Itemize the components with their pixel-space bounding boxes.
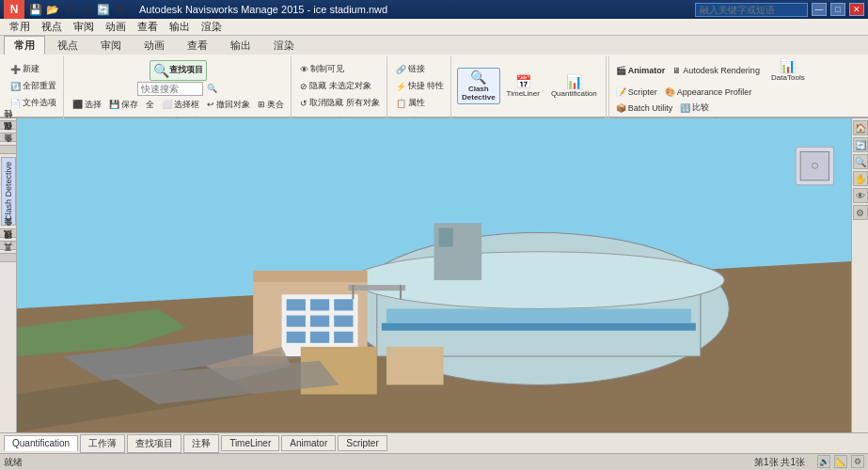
btn-all[interactable]: 全 xyxy=(143,97,157,113)
btn-quick-search[interactable]: 🔍 xyxy=(204,82,220,95)
btn-deselect[interactable]: ↩ 撤回对象 xyxy=(204,97,253,113)
viewport[interactable]: ⬡ xyxy=(17,118,851,432)
new-icon: ➕ xyxy=(10,65,21,74)
btn-find-items[interactable]: 🔍 查找项目 xyxy=(150,60,207,81)
btn-datatools[interactable]: 📊 DataTools xyxy=(765,56,812,85)
quick-search-input[interactable] xyxy=(137,82,203,96)
titlebar-title: Autodesk Navisworks Manage 2015 - ice st… xyxy=(139,4,387,15)
bottom-tab-animator[interactable]: Animator xyxy=(281,435,336,451)
select-row: ⬛ 选择 💾 保存 全 ⬜ 选择框 ↩ xyxy=(70,97,287,113)
status-settings-icon[interactable]: ⚙ xyxy=(851,455,864,468)
nav-orbit[interactable]: 🔄 xyxy=(853,137,868,152)
svg-text:⬡: ⬡ xyxy=(812,162,818,170)
merge-icon: ⊞ xyxy=(258,100,265,109)
tab-changyong[interactable]: 常用 xyxy=(4,36,45,55)
svg-rect-15 xyxy=(287,316,306,327)
bottom-tab-find-items[interactable]: 查找项目 xyxy=(127,434,181,453)
sidebar-tab-sets[interactable]: 集合 xyxy=(0,145,17,154)
minimize-button[interactable]: — xyxy=(812,3,827,16)
maximize-button[interactable]: □ xyxy=(830,3,845,16)
quick-search-icon: 🔍 xyxy=(207,84,217,93)
deselect-icon: ↩ xyxy=(207,100,214,109)
bottom-tab-scripter[interactable]: Scripter xyxy=(338,435,387,451)
titlebar-search[interactable] xyxy=(695,3,808,17)
project-buttons: ➕ 新建 🔃 全部重置 📄 文件选项 xyxy=(8,61,59,111)
nav-home[interactable]: 🏠 xyxy=(853,120,868,135)
btn-timeliner[interactable]: 📅 TimeLiner xyxy=(502,72,544,101)
btn-batch-utility[interactable]: 📦 Batch Utility xyxy=(613,102,676,115)
btn-unhide-all[interactable]: ↺ 取消隐藏 所有对象 xyxy=(297,95,383,111)
menu-xuanran[interactable]: 渲染 xyxy=(196,19,228,35)
sidebar-tab-sets2[interactable]: 集合 xyxy=(0,228,17,238)
menu-shidian[interactable]: 视点 xyxy=(36,19,68,35)
page-info: 第1张 共1张 xyxy=(754,456,805,469)
quick-search-row: 🔍 xyxy=(137,82,220,96)
nav-settings[interactable]: ⚙ xyxy=(853,205,868,220)
btn-quantification[interactable]: 📊 Quantification xyxy=(546,72,602,101)
svg-point-6 xyxy=(353,252,724,309)
tab-xuanran[interactable]: 渲染 xyxy=(263,36,305,55)
nav-pan[interactable]: ✋ xyxy=(853,171,868,186)
btn-hide-unselected[interactable]: ⊘ 隐藏 未选定对象 xyxy=(297,78,383,94)
menu-changyong[interactable]: 常用 xyxy=(4,19,36,35)
status-sound-icon[interactable]: 🔊 xyxy=(817,455,830,468)
svg-rect-18 xyxy=(287,332,306,343)
menu-shuchu[interactable]: 输出 xyxy=(164,19,196,35)
menu-shenhe[interactable]: 审阅 xyxy=(68,19,100,35)
btn-select[interactable]: ⬛ 选择 xyxy=(70,97,104,113)
tab-donghua[interactable]: 动画 xyxy=(134,36,175,55)
btn-compare[interactable]: 🔢 比较 xyxy=(677,100,712,116)
btn-animator[interactable]: 🎬 Animator xyxy=(613,64,669,77)
qat-settings[interactable]: ⚙ xyxy=(113,2,128,17)
qat-open[interactable]: 📂 xyxy=(45,2,60,17)
menubar: 常用 视点 审阅 动画 查看 输出 渲染 xyxy=(0,19,868,36)
btn-autodesk-rendering[interactable]: 🖥 Autodesk Rendering xyxy=(670,64,763,77)
sidebar-tab-tools[interactable]: 工具 xyxy=(0,253,17,262)
btn-select-box[interactable]: ⬜ 选择框 xyxy=(159,97,202,113)
btn-save[interactable]: 💾 保存 xyxy=(106,97,141,113)
qat-new[interactable]: 💾 xyxy=(28,2,43,17)
btn-scripter[interactable]: 📝 Scripter xyxy=(613,86,660,99)
close-button[interactable]: ✕ xyxy=(849,3,864,16)
btn-appearance-profiler[interactable]: 🎨 Appearance Profiler xyxy=(662,86,755,99)
btn-new[interactable]: ➕ 新建 xyxy=(8,61,59,77)
tab-shenhe[interactable]: 审阅 xyxy=(90,36,132,55)
qat-undo[interactable]: ↩ xyxy=(62,2,77,17)
sidebar-tab-saved-viewpoints[interactable]: 保存视点 xyxy=(0,133,17,142)
titlebar: N 💾 📂 ↩ ↪ 🔄 ⚙ Autodesk Navisworks Manage… xyxy=(0,0,868,19)
tab-chakan[interactable]: 查看 xyxy=(177,36,218,55)
titlebar-left: N 💾 📂 ↩ ↪ 🔄 ⚙ Autodesk Navisworks Manage… xyxy=(4,0,387,19)
menu-chakan[interactable]: 查看 xyxy=(132,19,164,35)
nav-zoom[interactable]: 🔍 xyxy=(853,154,868,169)
ribbon-group-project-content: ➕ 新建 🔃 全部重置 📄 文件选项 xyxy=(8,56,59,116)
sidebar-tab-find-items[interactable]: 查找项目 xyxy=(0,241,17,250)
btn-merge[interactable]: ⊞ 奥合 xyxy=(255,97,287,113)
btn-properties[interactable]: 📋 属性 xyxy=(393,95,448,111)
menu-donghua[interactable]: 动画 xyxy=(100,19,132,35)
sidebar-tab-properties[interactable]: 特性 xyxy=(0,120,17,130)
svg-rect-25 xyxy=(439,227,453,246)
btn-hide[interactable]: 👁 制制可见 xyxy=(297,61,383,77)
btn-file-options[interactable]: 📄 文件选项 xyxy=(8,95,59,111)
tab-shuchu[interactable]: 输出 xyxy=(220,36,261,55)
bottom-tab-quantification[interactable]: Quantification xyxy=(4,435,78,451)
nav-walk[interactable]: 👁 xyxy=(853,188,868,203)
btn-reset[interactable]: 🔃 全部重置 xyxy=(8,78,59,94)
qat-refresh[interactable]: 🔄 xyxy=(96,2,111,17)
svg-rect-21 xyxy=(348,285,405,290)
navisworks-logo[interactable]: N xyxy=(4,0,24,19)
bottom-tab-comments[interactable]: 注释 xyxy=(183,434,219,453)
sidebar-tab-clash-detective[interactable]: Clash Detective xyxy=(1,157,16,226)
btn-link[interactable]: 🔗 链接 xyxy=(393,61,448,77)
svg-rect-14 xyxy=(334,299,353,310)
bottom-tab-timeliner[interactable]: TimeLiner xyxy=(221,435,279,451)
status-measure-icon[interactable]: 📐 xyxy=(834,455,847,468)
qat-redo[interactable]: ↪ xyxy=(79,2,94,17)
properties-icon: 📋 xyxy=(396,99,406,108)
tools-row1: 🎬 Animator 🖥 Autodesk Rendering 📊 DataTo… xyxy=(613,56,812,85)
btn-clash-detective[interactable]: 🔍 ClashDetective xyxy=(457,68,500,104)
bottom-tab-workbook[interactable]: 工作薄 xyxy=(80,434,125,453)
btn-quick-props[interactable]: ⚡ 快捷 特性 xyxy=(393,78,448,94)
tab-shidian[interactable]: 视点 xyxy=(47,36,88,55)
svg-rect-20 xyxy=(334,332,353,343)
